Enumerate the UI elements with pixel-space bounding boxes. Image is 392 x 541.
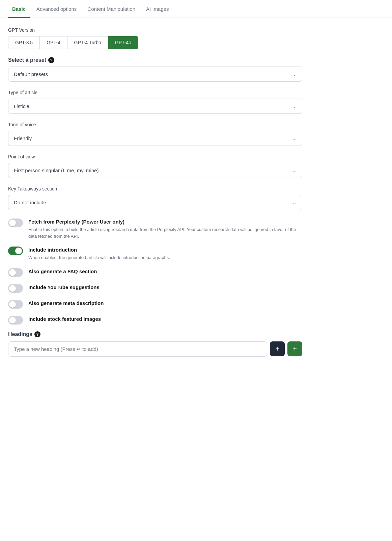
tab-basic[interactable]: Basic	[8, 0, 30, 18]
preset-label: Select a preset ?	[8, 57, 302, 63]
pov-chevron-icon: ⌄	[292, 168, 297, 173]
key-takeaways-section: Key Takeaways section Do not include ⌄	[8, 186, 302, 210]
toggle-youtube-switch[interactable]	[8, 284, 23, 293]
toggle-include-introduction-switch[interactable]	[8, 247, 23, 255]
tone-label: Tone of voice	[8, 122, 302, 127]
tab-ai-images[interactable]: AI Images	[142, 0, 173, 18]
gpt-version-buttons: GPT-3.5 GPT-4 GPT-4 Turbo GPT-4o	[8, 36, 302, 49]
headings-section: Headings ? + +	[8, 331, 302, 357]
add-heading-green-button[interactable]: +	[287, 341, 302, 356]
toggle-stock-images-title: Include stock featured images	[28, 315, 302, 323]
pov-value: First person singular (I, me, my, mine)	[14, 168, 99, 173]
pov-label: Point of view	[8, 154, 302, 159]
article-type-chevron-icon: ⌄	[292, 104, 297, 109]
toggle-meta-title: Also generate meta description	[28, 300, 302, 307]
preset-section: Select a preset ? Default presets ⌄	[8, 57, 302, 82]
article-type-value: Listicle	[14, 103, 29, 109]
toggle-fetch-perplexity: Fetch from Perplexity (Power User only) …	[8, 218, 302, 239]
gpt-4-button[interactable]: GPT-4	[40, 36, 67, 49]
toggle-youtube-title: Include YouTube suggestions	[28, 284, 302, 291]
add-heading-dark-button[interactable]: +	[270, 341, 285, 356]
article-type-section: Type of article Listicle ⌄	[8, 90, 302, 114]
gpt-35-button[interactable]: GPT-3.5	[8, 36, 40, 49]
toggle-faq-switch[interactable]	[8, 268, 23, 277]
preset-value: Default presets	[14, 71, 48, 77]
key-takeaways-dropdown[interactable]: Do not include ⌄	[8, 195, 302, 210]
headings-help-icon[interactable]: ?	[34, 331, 40, 337]
toggle-meta-description: Also generate meta description	[8, 300, 302, 309]
tone-section: Tone of voice Friendly ⌄	[8, 122, 302, 146]
key-takeaways-value: Do not include	[14, 200, 46, 205]
toggle-include-introduction-desc: When enabled, the generated article will…	[28, 254, 302, 261]
toggles-section: Fetch from Perplexity (Power User only) …	[8, 218, 302, 325]
gpt-4-turbo-button[interactable]: GPT-4 Turbo	[67, 36, 108, 49]
tab-content-manipulation[interactable]: Content Manipulation	[83, 0, 139, 18]
article-type-dropdown[interactable]: Listicle ⌄	[8, 99, 302, 114]
toggle-faq-title: Also generate a FAQ section	[28, 268, 302, 275]
gpt-version-label: GPT Version	[8, 27, 302, 33]
tab-bar: Basic Advanced options Content Manipulat…	[0, 0, 392, 18]
preset-dropdown[interactable]: Default presets ⌄	[8, 67, 302, 82]
article-type-label: Type of article	[8, 90, 302, 95]
gpt-4o-button[interactable]: GPT-4o	[108, 36, 138, 49]
toggle-meta-switch[interactable]	[8, 300, 23, 309]
toggle-stock-images: Include stock featured images	[8, 315, 302, 325]
preset-help-icon[interactable]: ?	[48, 57, 54, 63]
key-takeaways-chevron-icon: ⌄	[292, 200, 297, 205]
pov-dropdown[interactable]: First person singular (I, me, my, mine) …	[8, 163, 302, 178]
toggle-faq-section: Also generate a FAQ section	[8, 268, 302, 277]
tone-chevron-icon: ⌄	[292, 136, 297, 141]
toggle-include-introduction-title: Include introduction	[28, 246, 302, 253]
tone-value: Friendly	[14, 135, 32, 141]
main-content: GPT Version GPT-3.5 GPT-4 GPT-4 Turbo GP…	[0, 18, 310, 374]
pov-section: Point of view First person singular (I, …	[8, 154, 302, 178]
gpt-version-section: GPT Version GPT-3.5 GPT-4 GPT-4 Turbo GP…	[8, 27, 302, 49]
key-takeaways-label: Key Takeaways section	[8, 186, 302, 191]
toggle-youtube-suggestions: Include YouTube suggestions	[8, 284, 302, 293]
toggle-fetch-perplexity-desc: Enable this option to build the article …	[28, 226, 302, 239]
preset-chevron-icon: ⌄	[292, 72, 297, 77]
toggle-stock-images-switch[interactable]	[8, 316, 23, 325]
toggle-fetch-perplexity-switch[interactable]	[8, 218, 23, 227]
tone-dropdown[interactable]: Friendly ⌄	[8, 131, 302, 146]
tab-advanced-options[interactable]: Advanced options	[32, 0, 81, 18]
toggle-fetch-perplexity-title: Fetch from Perplexity (Power User only)	[28, 218, 302, 225]
toggle-include-introduction: Include introduction When enabled, the g…	[8, 246, 302, 261]
headings-input-row: + +	[8, 341, 302, 357]
headings-label: Headings ?	[8, 331, 302, 337]
headings-input[interactable]	[8, 341, 267, 357]
